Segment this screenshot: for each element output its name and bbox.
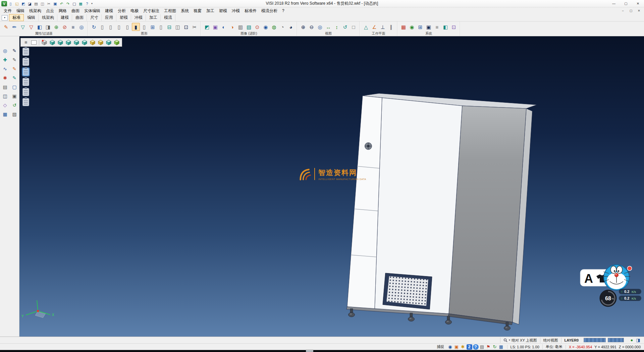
undo-icon[interactable]: ↶ <box>59 1 64 6</box>
burst-tool-icon[interactable]: ✱ <box>1 74 9 82</box>
menu-item[interactable]: 标准件 <box>242 8 259 14</box>
view-top-icon[interactable] <box>49 39 56 46</box>
sketch-pencil-icon[interactable]: ✎ <box>10 47 18 54</box>
board-5-icon[interactable]: ▯ <box>140 23 148 31</box>
print-icon[interactable]: ▤ <box>33 1 39 6</box>
menu-item[interactable]: 点云 <box>44 8 56 14</box>
snap-label[interactable]: 捕捉 <box>437 344 444 349</box>
download-widget-overlay[interactable]: A <box>577 261 644 312</box>
display-board-icon[interactable] <box>30 39 38 46</box>
view-search[interactable]: ▾ 绝对 XY 上视图 <box>500 338 540 343</box>
help-badge-icon[interactable]: ? <box>473 344 479 350</box>
three-quarter-shade-icon[interactable]: ◕ <box>287 23 295 31</box>
ribbon-tab[interactable]: 塑模 <box>116 14 131 21</box>
clipboard-slot-1[interactable] <box>22 48 29 56</box>
window-layout-icon[interactable]: ▢ <box>71 1 77 6</box>
mesh-shade-icon[interactable]: ▧ <box>245 23 253 31</box>
chip-icon[interactable]: ⊡ <box>450 23 458 31</box>
clipboard-slot-4[interactable] <box>22 78 29 86</box>
doc-restore-button[interactable]: ▢ <box>629 9 633 12</box>
ribbon-tab[interactable]: 加工 <box>146 14 161 21</box>
menu-item[interactable]: 塑模 <box>217 8 229 14</box>
dual-doc-icon[interactable]: ◫ <box>174 23 182 31</box>
split-doc-icon[interactable]: ⊟ <box>165 23 173 31</box>
sheet-tool-icon[interactable]: ▤ <box>1 83 9 91</box>
quarter-shade-icon[interactable]: ◔ <box>278 23 286 31</box>
sphere-shade-icon[interactable]: ◉ <box>262 23 270 31</box>
fit-view-icon[interactable]: □ <box>350 23 358 31</box>
menu-item[interactable]: 模流分析 <box>259 8 280 14</box>
board-1-icon[interactable]: ▯ <box>98 23 106 31</box>
grid-doc-icon[interactable]: ⊞ <box>149 23 157 31</box>
zoom-target-icon[interactable]: ◎ <box>316 23 324 31</box>
attribute-pencil-icon[interactable]: ✎ <box>2 23 10 31</box>
plane-triangle-icon[interactable]: △ <box>362 23 370 31</box>
menu-item[interactable]: 编辑 <box>14 8 27 14</box>
ribbon-tab[interactable]: 建模 <box>57 14 72 21</box>
ribbon-tab[interactable]: 冲模 <box>131 14 146 21</box>
menu-item[interactable]: 尺寸标注 <box>141 8 162 14</box>
attribute-brush-icon[interactable]: ✏ <box>10 23 18 31</box>
menu-item[interactable]: 曲面 <box>69 8 82 14</box>
list-filter-icon[interactable]: ≡ <box>69 23 77 31</box>
half-moon-left-icon[interactable]: ◐ <box>220 23 228 31</box>
hatch-view-icon[interactable]: ▧ <box>10 111 18 118</box>
menu-item[interactable]: 电极 <box>128 8 141 14</box>
layer-half-right-icon[interactable]: ◨ <box>44 23 52 31</box>
open-doc-icon[interactable]: ◱ <box>14 1 20 6</box>
os-taskbar[interactable] <box>0 350 644 352</box>
boxed-doc-icon[interactable]: ⊡ <box>182 23 190 31</box>
active-layer[interactable]: LAYER0 <box>561 338 582 343</box>
menu-item[interactable]: 网格 <box>56 8 69 14</box>
progress-gauge[interactable]: 68 % <box>600 290 616 307</box>
ribbon-tab[interactable]: 尺寸 <box>87 14 102 21</box>
save-all-icon[interactable]: ◪ <box>27 1 33 6</box>
graphics-viewport[interactable]: ≡ <box>19 36 644 337</box>
view-dimetric-icon[interactable] <box>89 39 96 46</box>
grid-toggle-icon[interactable]: ▦ <box>78 1 84 6</box>
tab-dropdown-icon[interactable]: ▾ <box>2 15 8 20</box>
menu-item[interactable]: 线架构 <box>27 8 44 14</box>
undo-tool-icon[interactable]: ↺ <box>10 101 18 109</box>
printer-status-icon[interactable]: ▤ <box>479 344 485 350</box>
mesh-view-icon[interactable]: ▦ <box>1 111 9 118</box>
menu-item[interactable]: 建模 <box>103 8 115 14</box>
view-back-icon[interactable] <box>81 39 88 46</box>
vending-machine-model[interactable] <box>346 93 537 331</box>
doc-minimize-button[interactable]: – <box>621 9 625 12</box>
half-box-icon[interactable]: ◧ <box>441 23 449 31</box>
filter-add-icon[interactable]: ▽ <box>27 23 35 31</box>
draw-pencil-icon[interactable]: ✎ <box>10 74 18 82</box>
diamond-tool-icon[interactable]: ◇ <box>1 101 9 109</box>
snap-target-icon[interactable]: ◉ <box>447 344 453 350</box>
clipboard-slot-3[interactable] <box>22 68 29 76</box>
menu-item[interactable]: ? <box>280 8 287 14</box>
clipboard-slot-6[interactable] <box>22 98 29 106</box>
save-doc-icon[interactable]: ◩ <box>20 1 26 6</box>
viewport-canvas[interactable]: X Y <box>19 36 644 337</box>
filter-icon[interactable]: ▽ <box>19 23 27 31</box>
board-active-icon[interactable]: ▮ <box>132 23 140 31</box>
half-moon-right-icon[interactable]: ◑ <box>228 23 236 31</box>
visi-logo-icon[interactable]: V <box>1 1 7 6</box>
hatch-shade-icon[interactable]: ▥ <box>236 23 245 31</box>
ribbon-tab[interactable]: 模流 <box>161 14 175 21</box>
view-shaded-icon[interactable] <box>113 39 120 46</box>
menu-item[interactable]: 系统 <box>178 8 191 14</box>
color-grid-icon[interactable]: ▦ <box>399 23 408 31</box>
pan-horizontal-icon[interactable]: ↔ <box>324 23 332 31</box>
taskbar-app-icon[interactable] <box>306 350 313 352</box>
zoom-out-icon[interactable]: ⊖ <box>308 23 316 31</box>
deselect-icon[interactable]: ⊘ <box>61 23 69 31</box>
board-4-icon[interactable]: ▯ <box>123 23 131 31</box>
dict-badge-icon[interactable]: 2 <box>467 344 472 350</box>
minimize-button[interactable]: — <box>608 0 620 7</box>
globe-icon[interactable]: ◉ <box>408 23 416 31</box>
texture-icon[interactable]: ◍ <box>270 23 278 31</box>
refresh-status-icon[interactable]: ↻ <box>492 344 498 350</box>
ribbon-tab[interactable]: 标准 <box>9 14 24 21</box>
view-left-icon[interactable] <box>73 39 80 46</box>
menu-item[interactable]: 实体编辑 <box>82 8 103 14</box>
maximize-button[interactable]: ▢ <box>620 0 632 7</box>
doc-close-button[interactable]: ✕ <box>637 9 641 12</box>
